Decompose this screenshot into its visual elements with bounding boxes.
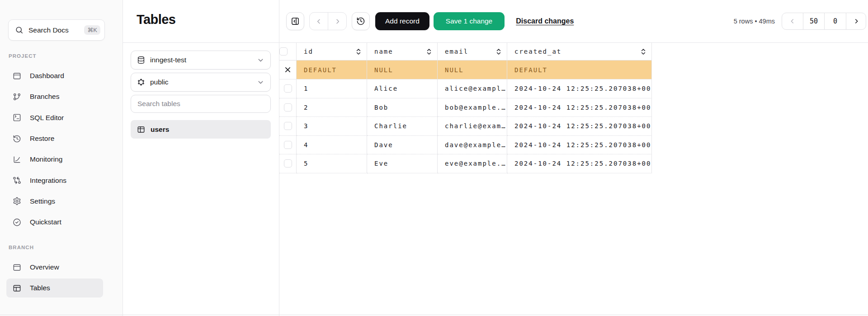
schema-icon xyxy=(137,78,145,86)
search-shortcut-badge: ⌘K xyxy=(84,25,100,35)
cancel-pending-row-button[interactable] xyxy=(279,60,297,79)
cell-name[interactable]: Dave xyxy=(367,136,438,155)
history-button[interactable] xyxy=(352,12,370,30)
cell-created-at[interactable]: 2024-10-24 12:25:25.207038+00 xyxy=(507,136,652,155)
table-icon xyxy=(137,125,145,134)
search-tables-placeholder: Search tables xyxy=(137,100,180,108)
table-list-item-label: users xyxy=(151,125,169,134)
page-prev-button[interactable] xyxy=(782,13,803,29)
header-checkbox-cell xyxy=(279,43,297,60)
overview-icon xyxy=(13,263,21,272)
cell-name[interactable]: Alice xyxy=(367,79,438,98)
sidebar-item-overview[interactable]: Overview xyxy=(0,257,123,278)
row-checkbox[interactable] xyxy=(284,103,292,112)
sidebar-item-branches[interactable]: Branches xyxy=(0,86,123,107)
cell-email[interactable]: alice@exampl… xyxy=(438,79,507,98)
row-count-stats: 5 rows • 49ms xyxy=(734,18,775,25)
select-all-checkbox[interactable] xyxy=(279,47,288,56)
redo-forward-button[interactable] xyxy=(328,13,346,30)
sidebar-item-integrations[interactable]: Integrations xyxy=(0,170,123,191)
cell-name[interactable]: Bob xyxy=(367,98,438,117)
cell-created-at[interactable]: 2024-10-24 12:25:25.207038+00 xyxy=(507,154,652,173)
pending-cell-id[interactable]: DEFAULT xyxy=(297,60,367,79)
schema-select-value: public xyxy=(150,78,169,86)
cell-id[interactable]: 3 xyxy=(297,117,367,136)
cell-email[interactable]: bob@example.… xyxy=(438,98,507,117)
sort-icon[interactable] xyxy=(426,48,432,56)
grid-header-row: id name email created_at xyxy=(279,43,652,60)
pending-cell-name[interactable]: NULL xyxy=(367,60,438,79)
cell-id[interactable]: 5 xyxy=(297,154,367,173)
pending-cell-email[interactable]: NULL xyxy=(438,60,507,79)
page-title: Tables xyxy=(137,12,279,27)
column-header-email[interactable]: email xyxy=(438,43,507,60)
quickstart-icon xyxy=(13,218,21,227)
cell-email[interactable]: charlie@exam… xyxy=(438,117,507,136)
chevron-right-icon xyxy=(853,18,860,25)
cell-id[interactable]: 2 xyxy=(297,98,367,117)
cell-email[interactable]: dave@example… xyxy=(438,136,507,155)
schema-select[interactable]: public xyxy=(131,73,271,92)
sidebar-item-tables[interactable]: Tables xyxy=(0,278,123,298)
branches-icon xyxy=(13,93,21,101)
restore-icon xyxy=(13,135,21,143)
sidebar-item-restore[interactable]: Restore xyxy=(0,128,123,149)
table-row: 1 Alice alice@exampl… 2024-10-24 12:25:2… xyxy=(279,79,652,98)
row-checkbox[interactable] xyxy=(284,84,292,93)
grid-toolbar: Add record Save 1 change Discard changes… xyxy=(279,0,868,43)
cell-id[interactable]: 4 xyxy=(297,136,367,155)
undo-back-button[interactable] xyxy=(310,13,328,30)
collapse-panel-button[interactable] xyxy=(286,12,304,30)
cell-created-at[interactable]: 2024-10-24 12:25:25.207038+00 xyxy=(507,79,652,98)
page-offset-input[interactable]: 0 xyxy=(824,13,846,29)
row-checkbox[interactable] xyxy=(284,159,292,167)
branch-nav: Overview Tables xyxy=(0,257,123,299)
pending-cell-created-at[interactable]: DEFAULT xyxy=(507,60,652,79)
sidebar-item-quickstart[interactable]: Quickstart xyxy=(0,212,123,232)
sidebar: Search Docs ⌘K PROJECT Dashboard Branche… xyxy=(0,0,123,316)
add-record-button[interactable]: Add record xyxy=(375,12,429,30)
search-docs-button[interactable]: Search Docs ⌘K xyxy=(8,19,105,41)
row-checkbox[interactable] xyxy=(284,122,292,130)
row-checkbox-cell xyxy=(279,117,297,136)
column-header-id[interactable]: id xyxy=(297,43,367,60)
column-header-name[interactable]: name xyxy=(367,43,438,60)
page-next-button[interactable] xyxy=(846,13,866,29)
search-icon xyxy=(15,26,24,34)
sidebar-item-sql-editor[interactable]: SQL Editor xyxy=(0,107,123,128)
table-row: 4 Dave dave@example… 2024-10-24 12:25:25… xyxy=(279,136,652,155)
row-checkbox-cell xyxy=(279,79,297,98)
cell-name[interactable]: Eve xyxy=(367,154,438,173)
chevron-right-icon xyxy=(334,18,341,25)
panel-collapse-icon xyxy=(291,17,300,26)
database-select[interactable]: inngest-test xyxy=(131,51,271,70)
cell-created-at[interactable]: 2024-10-24 12:25:25.207038+00 xyxy=(507,117,652,136)
sort-icon[interactable] xyxy=(641,48,646,56)
cell-email[interactable]: eve@example.… xyxy=(438,154,507,173)
sort-icon[interactable] xyxy=(356,48,361,56)
cell-created-at[interactable]: 2024-10-24 12:25:25.207038+00 xyxy=(507,98,652,117)
cell-id[interactable]: 1 xyxy=(297,79,367,98)
cell-name[interactable]: Charlie xyxy=(367,117,438,136)
tables-panel: Tables inngest-test public Search tables… xyxy=(123,0,279,316)
row-checkbox-cell xyxy=(279,136,297,155)
settings-icon xyxy=(13,197,21,205)
section-label-branch: BRANCH xyxy=(9,245,34,250)
database-select-value: inngest-test xyxy=(150,56,186,64)
monitoring-icon xyxy=(13,155,21,164)
search-tables-input[interactable]: Search tables xyxy=(131,95,271,113)
page-size-input[interactable]: 50 xyxy=(803,13,824,29)
neon-console-app: Search Docs ⌘K PROJECT Dashboard Branche… xyxy=(0,0,868,316)
sidebar-item-settings[interactable]: Settings xyxy=(0,191,123,212)
save-changes-button[interactable]: Save 1 change xyxy=(434,12,505,30)
table-row: 3 Charlie charlie@exam… 2024-10-24 12:25… xyxy=(279,117,652,136)
sort-icon[interactable] xyxy=(496,48,501,56)
table-list-item-users[interactable]: users xyxy=(131,120,271,139)
row-checkbox[interactable] xyxy=(284,141,292,149)
sidebar-item-monitoring[interactable]: Monitoring xyxy=(0,149,123,170)
database-icon xyxy=(137,56,145,64)
discard-changes-link[interactable]: Discard changes xyxy=(516,17,574,25)
sidebar-item-dashboard[interactable]: Dashboard xyxy=(0,65,123,86)
chevron-down-icon xyxy=(257,79,264,86)
column-header-created-at[interactable]: created_at xyxy=(507,43,652,60)
